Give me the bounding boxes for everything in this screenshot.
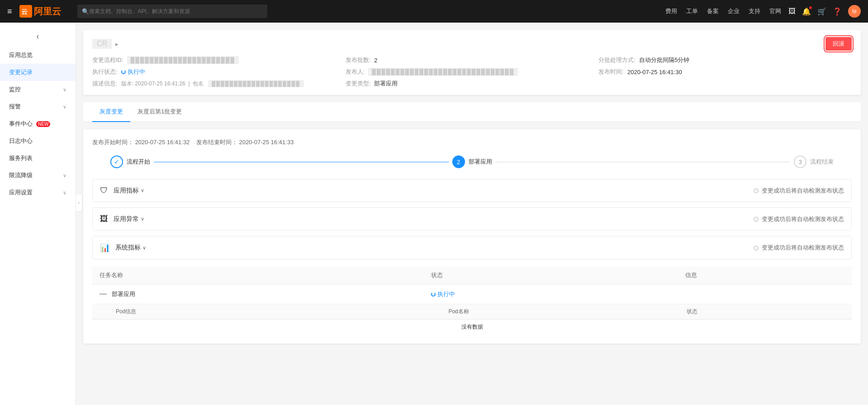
sidebar-item-ratelimit[interactable]: 限流降级 ∨: [0, 167, 76, 184]
bell-icon[interactable]: 🔔: [802, 7, 811, 16]
shield-icon: 🛡: [100, 186, 108, 195]
sidebar-item-logs[interactable]: 日志中心: [0, 132, 76, 150]
app-exception-status: ⊙ 变更成功后将自动检测发布状态: [753, 215, 844, 223]
content-box: 发布开始时间： 2020-07-25 16:41:32 发布结束时间： 2020…: [83, 129, 861, 344]
cart-icon[interactable]: 🛒: [817, 7, 826, 16]
search-bar[interactable]: 🔍: [77, 5, 267, 18]
task-name-cell: — 部署应用: [92, 284, 424, 304]
system-metrics-title-text: 系统指标: [115, 244, 141, 252]
alarm-arrow-icon: ∨: [63, 104, 66, 110]
app-exception-status-icon: ⊙: [753, 215, 759, 223]
app-exception-title-text: 应用异常: [114, 215, 139, 223]
photo-icon[interactable]: 🖼: [788, 7, 796, 15]
col-task-name: 任务名称: [92, 267, 424, 284]
nav-icons: 🖼 🔔 🛒 ❓ Ie: [788, 5, 861, 18]
publisher-value: ██████████████████████████████: [368, 68, 518, 76]
events-badge: NEW: [36, 121, 50, 127]
title-blurred: CR: [92, 39, 112, 49]
title-arrow-icon: ▸: [115, 41, 119, 47]
monitor-section-app-exception: 🖼 应用异常 ∨ ⊙ 变更成功后将自动检测发布状态: [92, 207, 852, 231]
col-status: 状态: [424, 267, 678, 284]
time-range: 发布开始时间： 2020-07-25 16:41:32 发布结束时间： 2020…: [92, 138, 852, 146]
exception-icon: 🖼: [100, 214, 108, 224]
step-3: 3 流程结束: [794, 155, 834, 168]
publish-time-label: 发布时间:: [598, 68, 624, 76]
pod-table-body: 没有数据: [92, 320, 852, 335]
top-navigation: ≡ 云 阿里云 🔍 费用 工单 备案 企业 支持 官网 🖼 🔔 🛒 ❓ Ie: [0, 0, 868, 23]
sidebar-item-overview[interactable]: 应用总览: [0, 47, 76, 64]
back-icon: ‹: [37, 32, 39, 41]
app-exception-header[interactable]: 🖼 应用异常 ∨ ⊙ 变更成功后将自动检测发布状态: [93, 208, 851, 230]
system-metrics-status-icon: ⊙: [753, 244, 759, 252]
end-time-value: 2020-07-25 16:41:33: [239, 139, 294, 146]
desc-label: 描述信息:: [92, 80, 118, 88]
tab-gray-batch1[interactable]: 灰度后第1批变更: [130, 102, 189, 122]
ratelimit-arrow-icon: ∨: [63, 173, 66, 179]
sidebar-item-settings[interactable]: 应用设置 ∨: [0, 184, 76, 201]
page-header-top: CR ▸ 回滚: [92, 37, 852, 51]
return-button[interactable]: 回滚: [825, 37, 852, 51]
app-metrics-status-icon: ⊙: [753, 186, 759, 195]
process-id-label: 变更流程ID:: [92, 56, 123, 64]
steps-bar: ✓ 流程开始 2 部署应用 3 流程结: [92, 155, 852, 168]
monitor-arrow-icon: ∨: [63, 87, 66, 93]
help-icon[interactable]: ❓: [833, 7, 842, 16]
page-title: CR ▸: [92, 39, 119, 49]
pod-col-info: Pod信息: [92, 304, 441, 320]
system-metrics-header[interactable]: 📊 系统指标 ∨ ⊙ 变更成功后将自动检测发布状态: [93, 236, 851, 259]
monitor-section-app-metrics: 🛡 应用指标 ∨ ⊙ 变更成功后将自动检测发布状态: [92, 179, 852, 202]
meta-info: 变更流程ID: ██████████████████████ 发布批数: 2 分…: [92, 56, 852, 88]
tab-gray-change[interactable]: 灰度变更: [92, 102, 130, 122]
nav-link-portal[interactable]: 官网: [769, 7, 781, 15]
svg-text:云: 云: [21, 8, 28, 15]
exec-status-value: 执行中: [121, 68, 145, 76]
meta-publish-count: 发布批数: 2: [346, 56, 599, 64]
sidebar-item-changes[interactable]: 变更记录: [0, 64, 76, 81]
sidebar-collapse-handle[interactable]: ›: [76, 193, 82, 212]
end-time-label: 发布结束时间：: [196, 139, 237, 146]
menu-icon[interactable]: ≡: [7, 7, 12, 16]
nav-link-beian[interactable]: 备案: [707, 7, 719, 15]
logo[interactable]: 云 阿里云: [19, 5, 61, 18]
change-type-value: 部署应用: [374, 80, 398, 88]
sidebar-item-events[interactable]: 事件中心 NEW: [0, 115, 76, 132]
task-info-cell: [678, 284, 852, 304]
task-status-text: 执行中: [437, 290, 455, 298]
publisher-label: 发布人:: [346, 68, 365, 76]
search-input[interactable]: [89, 8, 263, 14]
nav-link-enterprise[interactable]: 企业: [728, 7, 740, 15]
sidebar-item-services[interactable]: 服务列表: [0, 150, 76, 167]
publish-count-label: 发布批数:: [346, 56, 371, 64]
sidebar-label-alarm: 报警: [9, 103, 21, 111]
task-table-body: — 部署应用 执行中: [92, 284, 852, 335]
user-avatar[interactable]: Ie: [848, 5, 861, 18]
system-metrics-status-text: 变更成功后将自动检测发布状态: [762, 244, 844, 252]
sidebar-back-button[interactable]: ‹: [0, 26, 76, 47]
pod-col-name: Pod名称: [441, 304, 679, 320]
app-metrics-header[interactable]: 🛡 应用指标 ∨ ⊙ 变更成功后将自动检测发布状态: [93, 179, 851, 202]
nav-link-cost[interactable]: 费用: [665, 7, 677, 15]
meta-change-type: 变更类型: 部署应用: [346, 80, 599, 88]
status-spinner: [121, 70, 126, 74]
user-initial: Ie: [852, 8, 857, 14]
step-2-number: 2: [457, 159, 460, 165]
meta-publisher: 发布人: ██████████████████████████████: [346, 68, 599, 76]
no-data-row: 没有数据: [92, 320, 852, 335]
settings-arrow-icon: ∨: [63, 190, 66, 196]
task-status-spinner: [431, 292, 436, 297]
system-metrics-status: ⊙ 变更成功后将自动检测发布状态: [753, 244, 844, 252]
nav-link-ticket[interactable]: 工单: [686, 7, 698, 15]
pod-col-status: 状态: [679, 304, 852, 320]
nav-link-support[interactable]: 支持: [749, 7, 760, 15]
step-3-circle: 3: [794, 155, 806, 168]
app-exception-title: 应用异常 ∨: [114, 215, 144, 223]
process-id-value: ██████████████████████: [127, 56, 239, 64]
task-expand-icon[interactable]: —: [100, 290, 107, 297]
system-metrics-arrow-icon: ∨: [142, 245, 146, 251]
step-2: 2 部署应用: [452, 155, 492, 168]
sidebar-item-alarm[interactable]: 报警 ∨: [0, 98, 76, 115]
main-layout: ‹ 应用总览 变更记录 监控 ∨ 报警 ∨ 事件中心 NEW 日志中心 服务列表: [0, 23, 868, 405]
sidebar-item-monitor[interactable]: 监控 ∨: [0, 81, 76, 98]
pod-table: Pod信息 Pod名称 状态 没有数据: [92, 304, 852, 334]
batch-mode-value: 自动分批间隔5分钟: [639, 56, 689, 64]
